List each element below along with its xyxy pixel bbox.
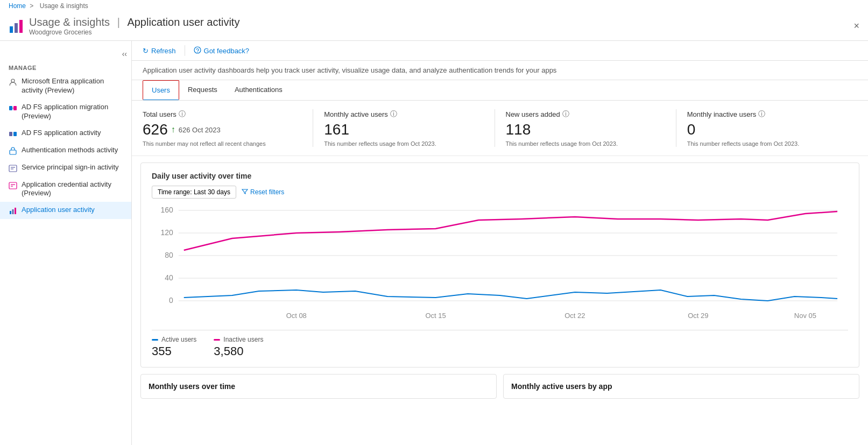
org-name: Woodgrove Groceries xyxy=(29,29,239,36)
monthly-active-info-icon[interactable]: ⓘ xyxy=(390,109,397,119)
sidebar-item-auth-methods[interactable]: Authentication methods activity xyxy=(0,142,131,159)
legend-active-value: 355 xyxy=(152,344,196,358)
stat-monthly-inactive: Monthly inactive users ⓘ 0 This number r… xyxy=(687,109,857,147)
sidebar-item-app-credential[interactable]: Application credential activity (Preview… xyxy=(0,176,131,202)
bottom-chart-monthly-by-app: Monthly active users by app xyxy=(503,374,859,399)
stat-inactive-label: Monthly inactive users ⓘ xyxy=(687,109,846,119)
reset-label: Reset filters xyxy=(250,188,284,196)
stat-inactive-value: 0 xyxy=(687,121,846,138)
stat-new-note: This number reflects usage from Oct 2023… xyxy=(506,140,665,147)
svg-rect-17 xyxy=(15,208,16,214)
stat-monthly-active-label: Monthly active users ⓘ xyxy=(324,109,483,119)
feedback-icon xyxy=(194,46,201,55)
header-icon xyxy=(9,19,24,34)
sidebar-item-adfs-activity[interactable]: AD FS application activity xyxy=(0,125,131,142)
bottom-charts: Monthly users over time Monthly active u… xyxy=(132,374,868,407)
tab-authentications[interactable]: Authentications xyxy=(226,80,291,100)
stat-inactive-note: This number reflects usage from Oct 2023… xyxy=(687,140,846,147)
legend-inactive-value: 3,580 xyxy=(214,344,263,358)
toolbar: ↻ Refresh Got feedback? xyxy=(132,41,868,61)
bottom-chart-monthly-users: Monthly users over time xyxy=(140,374,497,399)
refresh-button[interactable]: ↻ Refresh xyxy=(143,47,176,55)
header-title-group: Usage & insights | Application user acti… xyxy=(9,16,239,36)
breadcrumb: Home > Usage & insights xyxy=(0,0,868,12)
page-title: Usage & insights | Application user acti… xyxy=(29,16,239,29)
chart-title: Daily user activity over time xyxy=(152,172,848,180)
svg-text:Oct 08: Oct 08 xyxy=(286,312,307,320)
svg-rect-16 xyxy=(12,209,14,214)
total-info-icon[interactable]: ⓘ xyxy=(179,109,186,119)
legend-active-label: Active users xyxy=(152,336,196,343)
svg-rect-5 xyxy=(13,106,17,110)
feedback-button[interactable]: Got feedback? xyxy=(194,46,250,55)
stat-total-change: 626 Oct 2023 xyxy=(179,126,221,134)
header-separator: | xyxy=(117,16,120,28)
inactive-info-icon[interactable]: ⓘ xyxy=(758,109,765,119)
stat-total-value: 626 ↑ 626 Oct 2023 xyxy=(143,121,302,138)
svg-rect-1 xyxy=(15,23,18,33)
stat-monthly-active-value: 161 xyxy=(324,121,483,138)
breadcrumb-home[interactable]: Home xyxy=(9,2,26,10)
main-content: ↻ Refresh Got feedback? Application user… xyxy=(132,41,868,445)
person-icon xyxy=(9,78,17,87)
sidebar-item-app-user[interactable]: Application user activity xyxy=(0,202,131,219)
header: Usage & insights | Application user acti… xyxy=(0,12,868,41)
stat-new-label: New users added ⓘ xyxy=(506,109,665,119)
svg-rect-8 xyxy=(10,150,16,154)
stat-monthly-active: Monthly active users ⓘ 161 This number r… xyxy=(324,109,495,147)
refresh-label: Refresh xyxy=(151,47,176,55)
app-container: Home > Usage & insights Usage & insights… xyxy=(0,0,868,445)
svg-point-19 xyxy=(197,52,197,52)
svg-text:Oct 15: Oct 15 xyxy=(425,312,446,320)
sidebar-item-entra-app[interactable]: Microsoft Entra application activity (Pr… xyxy=(0,73,131,99)
svg-text:0: 0 xyxy=(169,296,173,305)
monthly-by-app-title: Monthly active users by app xyxy=(511,382,851,391)
svg-text:Oct 29: Oct 29 xyxy=(688,312,708,320)
legend-inactive: Inactive users 3,580 xyxy=(214,336,263,358)
stat-new-users: New users added ⓘ 118 This number reflec… xyxy=(506,109,676,147)
sidebar-label-adfs-mig: AD FS application migration (Preview) xyxy=(22,103,123,121)
active-dot xyxy=(152,339,158,341)
tabs-bar: Users Requests Authentications xyxy=(132,80,868,101)
sidebar-label-entra: Microsoft Entra application activity (Pr… xyxy=(22,77,123,95)
description-text: Application user activity dashboards hel… xyxy=(132,61,868,80)
chart-controls: Time range: Last 30 days Reset filters xyxy=(152,186,848,199)
adfs-icon xyxy=(9,104,17,112)
sidebar-section-manage: Manage xyxy=(0,60,131,73)
close-button[interactable]: × xyxy=(853,20,859,32)
chart-legend: Active users 355 Inactive users 3,580 xyxy=(152,330,848,358)
svg-text:120: 120 xyxy=(161,228,173,237)
breadcrumb-sep: > xyxy=(30,2,33,10)
stat-total-label: Total users ⓘ xyxy=(143,109,302,119)
stats-row: Total users ⓘ 626 ↑ 626 Oct 2023 This nu… xyxy=(132,101,868,156)
svg-text:Nov 05: Nov 05 xyxy=(794,312,816,320)
stat-new-value: 118 xyxy=(506,121,665,138)
svg-text:160: 160 xyxy=(161,206,173,214)
stat-total-users: Total users ⓘ 626 ↑ 626 Oct 2023 This nu… xyxy=(143,109,313,147)
app-icon xyxy=(9,207,17,215)
sidebar-label-sp: Service principal sign-in activity xyxy=(22,163,119,172)
sp-icon xyxy=(9,164,17,173)
sidebar-item-adfs-migration[interactable]: AD FS application migration (Preview) xyxy=(0,99,131,125)
svg-rect-6 xyxy=(9,132,12,136)
cred-icon xyxy=(9,181,17,190)
svg-text:80: 80 xyxy=(165,251,173,259)
tab-requests[interactable]: Requests xyxy=(179,80,226,100)
header-text: Usage & insights | Application user acti… xyxy=(29,16,239,36)
collapse-button[interactable]: ‹‹ xyxy=(122,50,127,58)
svg-rect-15 xyxy=(10,211,11,214)
filter-icon xyxy=(242,188,248,196)
time-range-button[interactable]: Time range: Last 30 days xyxy=(152,186,236,199)
sidebar-collapse: ‹‹ xyxy=(0,47,131,60)
svg-rect-4 xyxy=(9,106,12,110)
reset-filters-button[interactable]: Reset filters xyxy=(242,188,284,196)
sidebar-item-service-principal[interactable]: Service principal sign-in activity xyxy=(0,159,131,176)
tab-users[interactable]: Users xyxy=(143,80,179,100)
sidebar-label-auth: Authentication methods activity xyxy=(22,146,118,155)
svg-point-3 xyxy=(11,79,15,82)
toolbar-divider xyxy=(185,45,185,56)
auth-icon xyxy=(9,147,17,156)
new-users-info-icon[interactable]: ⓘ xyxy=(562,109,569,119)
svg-rect-7 xyxy=(13,132,17,136)
svg-rect-12 xyxy=(9,182,17,189)
